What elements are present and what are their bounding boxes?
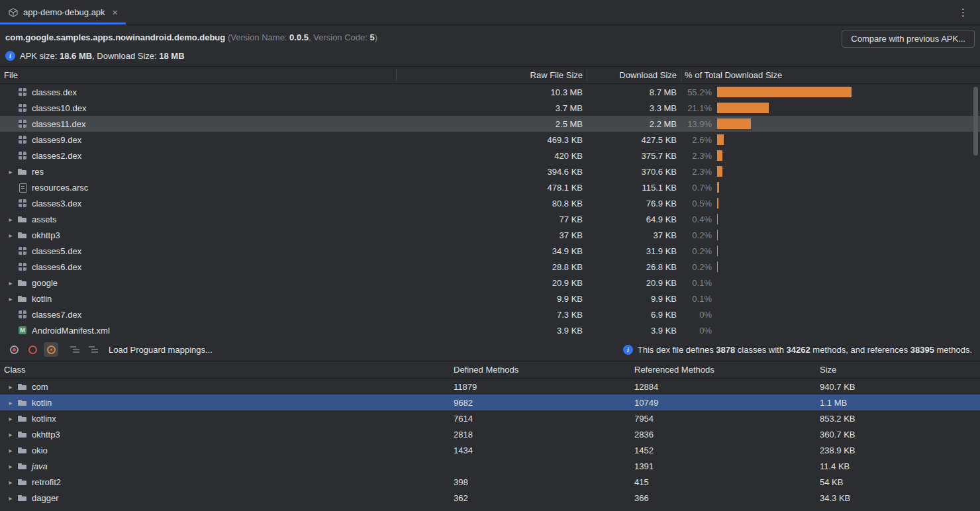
vertical-scrollbar[interactable] [973,87,978,156]
class-name: okhttp3 [32,430,60,440]
percent-bar [717,134,724,145]
download-size-value: 18 MB [159,51,184,61]
table-row[interactable]: ▸ retrofit2 398 415 54 KB [0,474,980,490]
table-row[interactable]: ▸ google 20.9 KB 20.9 KB 0.1% [0,275,980,291]
classes-count: 3878 [716,345,735,355]
chevron-right-icon[interactable]: ▸ [5,447,16,454]
percent-bar [717,118,751,129]
table-row[interactable]: ▸ okio 1434 1452 238.9 KB [0,442,980,458]
referenced-methods: 1391 [634,461,820,471]
file-name: kotlin [32,294,52,304]
filter-referenced-nodes-button[interactable] [44,342,58,357]
column-header-defined-methods: Defined Methods [454,365,634,375]
referenced-methods: 366 [634,493,820,503]
percent-bar [717,261,718,272]
raw-size: 3.7 MB [396,103,587,113]
size-line: i APK size: 18.6 MB, Download Size: 18 M… [5,47,975,64]
table-row[interactable]: ▸ res 394.6 KB 370.6 KB 2.3% [0,163,980,179]
chevron-right-icon[interactable]: ▸ [5,463,16,470]
chevron-right-icon[interactable]: ▸ [5,216,16,223]
table-row[interactable]: ▸ dagger 362 366 34.3 KB [0,490,980,506]
filter-classes-button[interactable] [7,342,21,357]
chevron-right-icon[interactable]: ▸ [5,295,16,302]
column-divider[interactable] [681,69,681,81]
percent-bar-cell [714,275,980,291]
chevron-right-icon[interactable]: ▸ [5,431,16,438]
download-size: 76.9 KB [587,199,681,209]
column-divider[interactable] [396,69,397,81]
more-options-icon[interactable]: ⋮ [954,0,972,25]
download-size: 375.7 KB [587,151,681,161]
chevron-right-icon[interactable]: ▸ [5,479,16,486]
percent: 0.1% [681,294,714,304]
expand-all-icon [70,346,79,353]
methods-count: 34262 [787,345,810,355]
editor-tab-bar: app-demo-debug.apk × ⋮ [0,0,980,25]
table-row[interactable]: ▸ kotlinx 7614 7954 853.2 KB [0,410,980,426]
load-proguard-mappings-link[interactable]: Load Proguard mappings... [109,345,213,355]
chevron-right-icon[interactable]: ▸ [5,168,16,175]
info-icon: i [623,345,633,355]
table-row[interactable]: ▸ okhttp3 37 KB 37 KB 0.2% [0,227,980,243]
file-name-cell: ▸ classes10.dex [0,100,396,116]
table-row[interactable]: ▸ classes7.dex 7.3 KB 6.9 KB 0% [0,306,980,322]
filter-removed-nodes-button[interactable] [25,342,40,357]
table-row[interactable]: ▸ AndroidManifest.xml 3.9 KB 3.9 KB 0% [0,322,980,338]
table-row[interactable]: ▸ kotlin 9682 10749 1.1 MB [0,395,980,410]
chevron-right-icon[interactable]: ▸ [5,279,16,287]
table-row[interactable]: ▸ com 11879 12884 940.7 KB [0,379,980,395]
class-table-body: ▸ com 11879 12884 940.7 KB ▸ kotlin 9682… [0,379,980,506]
chevron-right-icon[interactable]: ▸ [5,494,16,502]
version-name-value: 0.0.5 [289,32,309,42]
collapse-all-button[interactable] [86,342,101,357]
table-row[interactable]: ▸ classes5.dex 34.9 KB 31.9 KB 0.2% [0,243,980,259]
filter-referenced-nodes-icon [47,346,56,354]
package-folder-icon [17,445,28,455]
class-name-cell: ▸ okhttp3 [0,426,454,442]
table-row[interactable]: ▸ okhttp3 2818 2836 360.7 KB [0,426,980,442]
class-name-cell: ▸ okio [0,442,454,458]
class-size: 34.3 KB [820,493,980,503]
folder-file-icon [17,230,28,240]
expand-all-button[interactable] [68,342,82,357]
table-row[interactable]: ▸ classes2.dex 420 KB 375.7 KB 2.3% [0,148,980,163]
percent-bar [717,214,718,224]
class-name-cell: ▸ dagger [0,490,454,506]
file-name-cell: ▸ AndroidManifest.xml [0,322,396,338]
chevron-right-icon[interactable]: ▸ [5,415,16,422]
file-table-body: ▸ classes.dex 10.3 MB 8.7 MB 55.2% ▸ cla… [0,84,980,338]
table-row[interactable]: ▸ resources.arsc 478.1 KB 115.1 KB 0.7% [0,179,980,195]
tab-apk-file[interactable]: app-demo-debug.apk × [0,0,126,24]
package-name: com.google.samples.apps.nowinandroid.dem… [5,32,225,42]
percent-bar-cell [714,227,980,243]
percent-bar [717,150,722,161]
table-row[interactable]: ▸ classes6.dex 28.8 KB 26.8 KB 0.2% [0,259,980,275]
percent: 0.5% [681,199,714,209]
percent-bar [717,182,719,193]
class-table-header: Class Defined Methods Referenced Methods… [0,361,980,379]
dex-file-icon [17,103,28,113]
table-row[interactable]: ▸ classes.dex 10.3 MB 8.7 MB 55.2% [0,84,980,100]
table-row[interactable]: ▸ java 1391 11.4 KB [0,458,980,474]
raw-size: 469.3 KB [396,135,587,145]
column-header-percent: % of Total Download Size [681,70,782,80]
defined-methods: 9682 [454,398,634,408]
chevron-right-icon[interactable]: ▸ [5,232,16,239]
percent-bar-cell [714,179,980,195]
file-name-cell: ▸ google [0,275,396,291]
table-row[interactable]: ▸ classes10.dex 3.7 MB 3.3 MB 21.1% [0,100,980,116]
table-row[interactable]: ▸ assets 77 KB 64.9 KB 0.4% [0,211,980,227]
file-name: AndroidManifest.xml [32,326,110,336]
column-divider[interactable] [587,69,587,81]
table-row[interactable]: ▸ classes3.dex 80.8 KB 76.9 KB 0.5% [0,195,980,211]
compare-apk-button[interactable]: Compare with previous APK... [842,30,975,48]
close-tab-icon[interactable]: × [113,8,118,17]
file-name-cell: ▸ assets [0,211,396,227]
arsc-file-icon [17,182,28,193]
table-row[interactable]: ▸ classes11.dex 2.5 MB 2.2 MB 13.9% [0,116,980,132]
chevron-right-icon[interactable]: ▸ [5,383,16,391]
table-row[interactable]: ▸ kotlin 9.9 KB 9.9 KB 0.1% [0,291,980,306]
class-size: 54 KB [820,477,980,487]
chevron-right-icon[interactable]: ▸ [5,399,16,406]
table-row[interactable]: ▸ classes9.dex 469.3 KB 427.5 KB 2.6% [0,132,980,148]
